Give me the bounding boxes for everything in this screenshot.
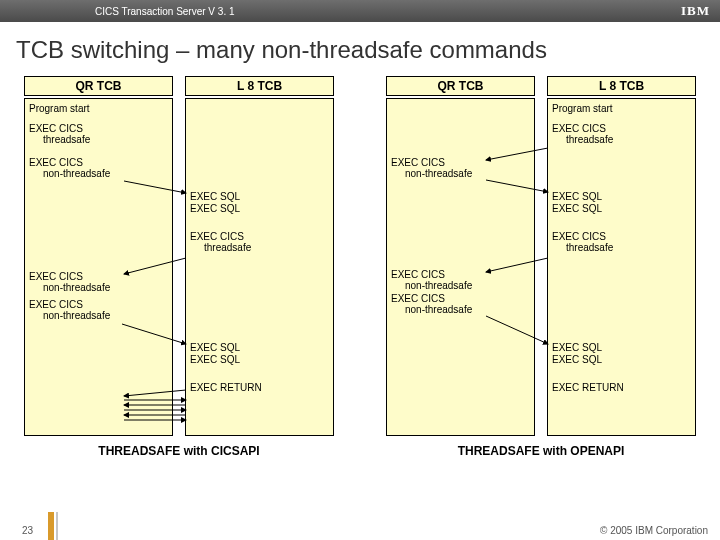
exec-sql: EXEC SQL	[548, 203, 602, 214]
non-threadsafe: non-threadsafe	[25, 310, 110, 321]
diagram-openapi: QR TCB L 8 TCB EXEC CICS non-threadsafe …	[386, 76, 696, 458]
threadsafe: threadsafe	[548, 242, 613, 253]
exec-return: EXEC RETURN	[548, 382, 624, 393]
l8-lane: EXEC SQL EXEC SQL EXEC CICS threadsafe E…	[185, 98, 334, 436]
exec-sql: EXEC SQL	[548, 342, 602, 353]
program-start: Program start	[25, 103, 90, 114]
exec-return: EXEC RETURN	[186, 382, 262, 393]
exec-sql: EXEC SQL	[186, 342, 240, 353]
exec-cics: EXEC CICS	[548, 123, 606, 134]
caption-left: THREADSAFE with CICSAPI	[24, 444, 334, 458]
product-name: CICS Transaction Server V 3. 1	[95, 6, 235, 17]
exec-cics: EXEC CICS	[25, 157, 83, 168]
exec-cics: EXEC CICS	[548, 231, 606, 242]
l8-header: L 8 TCB	[185, 76, 334, 96]
qr-lane: EXEC CICS non-threadsafe EXEC CICS non-t…	[386, 98, 535, 436]
copyright: © 2005 IBM Corporation	[600, 525, 708, 536]
non-threadsafe: non-threadsafe	[387, 280, 472, 291]
slide-content: TCB switching – many non-threadsafe comm…	[0, 22, 720, 458]
non-threadsafe: non-threadsafe	[387, 168, 472, 179]
exec-sql: EXEC SQL	[186, 354, 240, 365]
qr-lane: Program start EXEC CICS threadsafe EXEC …	[24, 98, 173, 436]
non-threadsafe: non-threadsafe	[25, 282, 110, 293]
threadsafe: threadsafe	[186, 242, 251, 253]
qr-header: QR TCB	[386, 76, 535, 96]
slide-title: TCB switching – many non-threadsafe comm…	[16, 36, 704, 64]
diagram-row: QR TCB L 8 TCB Program start EXEC CICS t…	[16, 76, 704, 458]
footer: 23 © 2005 IBM Corporation	[0, 520, 720, 540]
exec-cics: EXEC CICS	[25, 123, 83, 134]
program-start: Program start	[548, 103, 613, 114]
l8-header: L 8 TCB	[547, 76, 696, 96]
exec-cics: EXEC CICS	[387, 269, 445, 280]
diagram-cicsapi: QR TCB L 8 TCB Program start EXEC CICS t…	[24, 76, 334, 458]
non-threadsafe: non-threadsafe	[25, 168, 110, 179]
exec-cics: EXEC CICS	[387, 293, 445, 304]
exec-sql: EXEC SQL	[548, 354, 602, 365]
exec-cics: EXEC CICS	[25, 299, 83, 310]
exec-sql: EXEC SQL	[186, 191, 240, 202]
threadsafe: threadsafe	[25, 134, 90, 145]
caption-right: THREADSAFE with OPENAPI	[386, 444, 696, 458]
exec-sql: EXEC SQL	[186, 203, 240, 214]
title-bar: CICS Transaction Server V 3. 1 IBM	[0, 0, 720, 22]
non-threadsafe: non-threadsafe	[387, 304, 472, 315]
exec-sql: EXEC SQL	[548, 191, 602, 202]
l8-lane: Program start EXEC CICS threadsafe EXEC …	[547, 98, 696, 436]
exec-cics: EXEC CICS	[25, 271, 83, 282]
ibm-logo: IBM	[681, 3, 710, 19]
exec-cics: EXEC CICS	[186, 231, 244, 242]
exec-cics: EXEC CICS	[387, 157, 445, 168]
threadsafe: threadsafe	[548, 134, 613, 145]
qr-header: QR TCB	[24, 76, 173, 96]
page-number: 23	[22, 525, 33, 536]
